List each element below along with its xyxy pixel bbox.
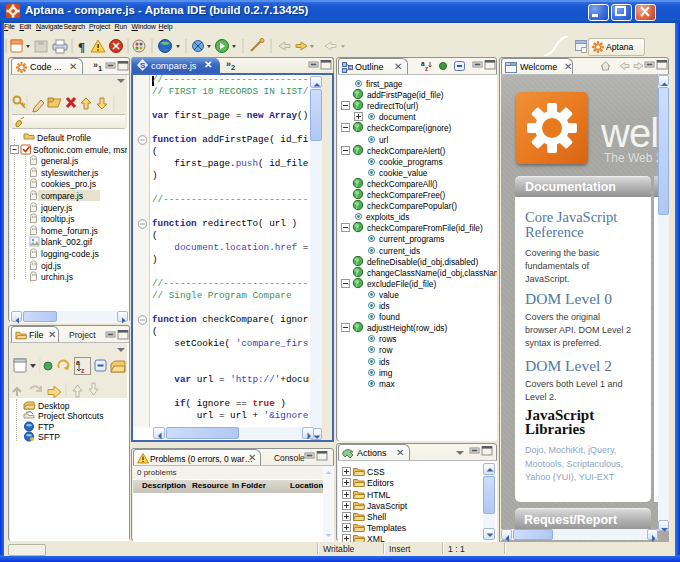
svg-text:checkCompareAll(): checkCompareAll() [367,178,438,188]
svg-text:checkComparePopular(): checkComparePopular() [367,201,457,211]
svg-text:logging-code.js: logging-code.js [41,249,99,259]
svg-text:S: S [140,61,146,70]
svg-text:Softonic.com emule, msn n: Softonic.com emule, msn n [33,145,127,155]
svg-text:redirectTo(url): redirectTo(url) [367,101,418,111]
svg-text:Editors: Editors [367,478,394,488]
svg-text:ids: ids [379,356,390,366]
svg-text:checkCompareFree(): checkCompareFree() [367,190,446,200]
svg-text:jquery.js: jquery.js [40,203,72,213]
svg-text:img: img [379,367,393,377]
svg-text:checkCompareFromFile(id_file): checkCompareFromFile(id_file) [367,223,483,233]
svg-text:found: found [379,312,400,322]
svg-text:checkCompare(ignore): checkCompare(ignore) [367,123,452,133]
svg-text:styleswitcher.js: styleswitcher.js [41,168,98,178]
svg-text:ids: ids [379,301,390,311]
svg-text:blank_002.gif: blank_002.gif [41,237,93,247]
svg-text:compare.js: compare.js [41,191,83,201]
svg-text:cookie_programs: cookie_programs [379,156,443,166]
svg-text:rows: rows [379,334,397,344]
svg-text:ojd.js: ojd.js [41,261,61,271]
svg-text:addFirstPage(id_file): addFirstPage(id_file) [367,90,444,100]
svg-text:current_ids: current_ids [379,245,420,255]
svg-text:checkCompareAlert(): checkCompareAlert() [367,145,446,155]
svg-text:CSS: CSS [367,467,385,477]
svg-text:exploits_ids: exploits_ids [366,212,409,222]
svg-text:home_forum.js: home_forum.js [41,226,98,236]
svg-text:defineDisable(id_obj,disabled): defineDisable(id_obj,disabled) [367,256,478,266]
svg-text:max: max [379,378,396,388]
svg-text:current_programs: current_programs [379,234,444,244]
svg-text:a: a [76,359,80,366]
svg-text:excludeFile(id_file): excludeFile(id_file) [367,278,436,288]
svg-text:document: document [379,112,416,122]
svg-text:SFTP: SFTP [38,432,60,442]
svg-text:Default Profile: Default Profile [37,133,91,143]
svg-text:HTML: HTML [367,490,391,500]
svg-text:adjustHeight(row_ids): adjustHeight(row_ids) [367,323,447,333]
svg-text:url: url [379,134,388,144]
svg-text:Templates: Templates [367,523,406,533]
svg-text:Shell: Shell [367,512,386,522]
svg-text:general.js: general.js [41,156,78,166]
svg-text:JavaScript: JavaScript [367,501,408,511]
svg-text:z: z [81,367,85,374]
svg-text:urchin.js: urchin.js [41,272,73,282]
svg-text:value: value [379,289,399,299]
svg-text:itooltip.js: itooltip.js [41,214,74,224]
svg-text:cookies_pro.js: cookies_pro.js [41,179,96,189]
svg-text:changeClassName(id_obj,classNa: changeClassName(id_obj,className) [367,267,497,277]
svg-text:first_page: first_page [366,79,403,89]
svg-text:row: row [379,345,393,355]
svg-text:cookie_value: cookie_value [379,167,428,177]
